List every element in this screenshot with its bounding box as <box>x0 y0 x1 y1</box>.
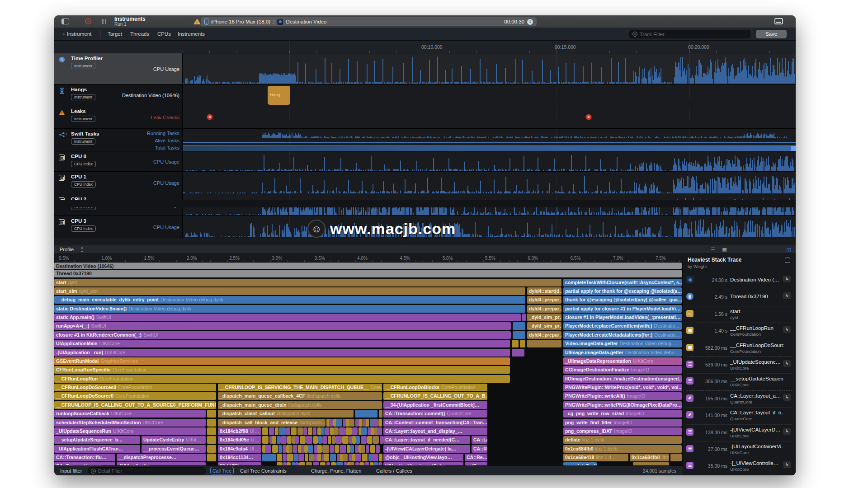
flame-node[interactable] <box>355 462 359 465</box>
flame-node[interactable] <box>376 445 380 453</box>
flame-node[interactable]: __processEventQueue… <box>142 445 206 453</box>
expand-icon[interactable] <box>785 258 790 263</box>
bottom-bar-item-2[interactable]: Callers / Callees <box>376 468 412 474</box>
track-timeline-time-profiler[interactable] <box>183 53 796 84</box>
flame-node[interactable]: 0x184c9afa4UI… <box>218 445 261 453</box>
flame-node[interactable]: __CFRUNLOOP_IS_CALLING_OUT_TO_A_B… <box>383 392 487 400</box>
flame-node[interactable] <box>350 445 354 453</box>
flame-node[interactable] <box>329 419 333 427</box>
flame-node[interactable] <box>378 419 382 427</box>
flame-node[interactable] <box>349 419 354 427</box>
flame-node[interactable] <box>330 445 334 453</box>
columns-view-icon[interactable]: ▦ <box>722 247 727 253</box>
stack-trace-row[interactable]: ▦582.00 ms__CFRunLoopDoSourc…CoreFoundat… <box>683 340 796 357</box>
flame-node[interactable]: __debug_main_executable_dylib_entry_poin… <box>54 296 525 304</box>
track-header-cpu-0[interactable]: CPU 0CPU IndexCPU Usage <box>54 151 183 171</box>
flame-node[interactable] <box>308 427 312 435</box>
list-view-icon[interactable]: ☰ <box>711 247 715 253</box>
flame-node[interactable] <box>355 419 359 427</box>
track-stat-label[interactable]: CPU Usage <box>153 179 179 187</box>
flame-node[interactable]: GSEventRunModalGraphicsServices <box>54 357 510 365</box>
track-row-hangs[interactable]: HangsInstrumentDestination Video (10646)… <box>54 84 796 106</box>
flame-node[interactable] <box>207 419 216 427</box>
flame-node[interactable] <box>380 436 383 444</box>
track-row-swift-tasks[interactable]: ›Swift TasksInstrumentRunning TasksAlive… <box>54 129 796 151</box>
flame-node[interactable]: Video.imageData.getterDestination Video.… <box>563 340 682 347</box>
flame-node[interactable] <box>324 454 330 461</box>
flame-node[interactable]: Thread 0x37190 <box>54 270 682 277</box>
flame-node[interactable]: partial apply for thunk for @escaping @i… <box>563 287 682 295</box>
flame-node[interactable] <box>527 340 561 347</box>
flame-node[interactable]: _cg_png_write_row_sizedImageIO <box>563 410 682 418</box>
flame-node[interactable] <box>347 445 350 453</box>
track-stat-label[interactable]: CPU Usage <box>153 158 179 165</box>
flame-node[interactable] <box>287 454 292 461</box>
tab-threads[interactable]: Threads <box>130 31 149 37</box>
flame-node[interactable] <box>277 436 280 444</box>
flame-node[interactable]: _dispatch_main_queue_callback_4CFlibdisp… <box>218 392 382 400</box>
flame-node[interactable]: PlayerModel.replaceCurrentItem(with:)Des… <box>563 322 682 330</box>
flame-node[interactable]: UIHostingView.layoutSubv… <box>383 462 463 465</box>
sidebar-toggle-icon[interactable] <box>61 19 69 24</box>
flame-node[interactable]: CA::Transaction::flu… <box>54 454 115 461</box>
track-header-cpu-3[interactable]: CPU 3CPU IndexCPU Usage <box>54 216 183 238</box>
call-tree-button[interactable]: Call Tree <box>210 467 234 474</box>
tab-target[interactable]: Target <box>108 31 122 37</box>
flame-node[interactable] <box>265 445 272 453</box>
flame-node[interactable]: 59-[ UIEl… <box>218 462 261 465</box>
flame-node[interactable] <box>317 445 322 453</box>
flame-node[interactable]: dyld4::prepar… <box>527 331 561 339</box>
jump-to-icon[interactable]: ↳ <box>783 394 791 401</box>
flame-node[interactable] <box>207 454 216 461</box>
flame-node[interactable]: schedulerStepScheduledMainSectionUIKitCo… <box>54 419 206 427</box>
flame-node[interactable] <box>283 462 287 465</box>
flame-node[interactable] <box>349 454 352 461</box>
flame-node[interactable] <box>336 419 342 427</box>
flame-node[interactable] <box>262 454 276 461</box>
flame-node[interactable] <box>313 436 318 444</box>
flame-node[interactable]: __34-[UIApplication _firstCommitBlock]… <box>383 401 487 409</box>
save-button[interactable]: Save <box>756 30 787 38</box>
flame-node[interactable] <box>280 436 287 444</box>
flame-node[interactable] <box>303 427 307 435</box>
flame-node[interactable] <box>361 427 367 435</box>
flame-node[interactable] <box>340 445 346 453</box>
flame-node[interactable] <box>335 436 342 444</box>
record-button[interactable] <box>85 18 91 24</box>
stack-trace-row[interactable]: ✐141.00 msCA::Layer::layout_if_n…QuartzC… <box>683 407 796 424</box>
flame-node[interactable]: @objc _UIHostingView.layo… <box>383 454 463 461</box>
flame-node[interactable] <box>207 445 216 453</box>
jump-to-icon[interactable]: ↳ <box>783 326 791 333</box>
flame-node[interactable] <box>277 462 283 465</box>
flame-node[interactable] <box>283 445 286 453</box>
flame-node[interactable] <box>513 331 525 339</box>
flame-node[interactable]: PNGWritePlugin::WriteProc(void*, void*, … <box>563 384 682 391</box>
flame-node[interactable]: IIOImageDestination::finalizeDestination… <box>563 375 682 383</box>
flame-node[interactable] <box>306 462 312 465</box>
leak-marker-icon[interactable]: × <box>585 114 592 120</box>
flame-node[interactable]: closure #1 in PlayerModel.loadVideo(_:pr… <box>563 314 682 321</box>
flame-node[interactable] <box>342 436 349 444</box>
track-timeline-cpu-0[interactable] <box>183 151 796 171</box>
stack-trace-row[interactable]: ☰35.00 ms-[_UIViewControlle…UIKitCore↳ <box>683 458 796 474</box>
flame-node[interactable] <box>359 419 363 427</box>
flame-node[interactable] <box>297 427 303 435</box>
track-stat-label[interactable]: Running Tasks <box>147 130 179 137</box>
track-row-leaks[interactable]: LeaksInstrumentLeak Checks×× <box>54 106 796 129</box>
flame-node[interactable] <box>275 427 278 435</box>
flame-node[interactable] <box>289 445 292 453</box>
track-timeline-swift-tasks[interactable] <box>183 129 796 151</box>
display-settings-icon[interactable] <box>774 18 783 24</box>
flame-node[interactable]: closure #1 in KitRendererCommon(_:)Swift… <box>54 331 511 339</box>
flame-node[interactable] <box>361 436 367 444</box>
flame-node[interactable] <box>309 454 314 461</box>
flame-node[interactable]: -[UIApplicatio… <box>117 462 206 465</box>
flame-node[interactable]: 0x1ca68a418libz.1.d… <box>563 454 628 461</box>
flame-node[interactable]: 0x1ca684fb0libz.… <box>630 454 669 461</box>
flame-node[interactable]: 0x1ca684fb0libz.1.dylib <box>563 445 682 453</box>
flame-node[interactable] <box>359 462 364 465</box>
flame-node[interactable] <box>633 462 669 465</box>
flame-node[interactable] <box>343 454 348 461</box>
flame-node[interactable]: 0x184cb2f98UI… <box>218 427 261 435</box>
pause-button[interactable] <box>102 19 106 24</box>
